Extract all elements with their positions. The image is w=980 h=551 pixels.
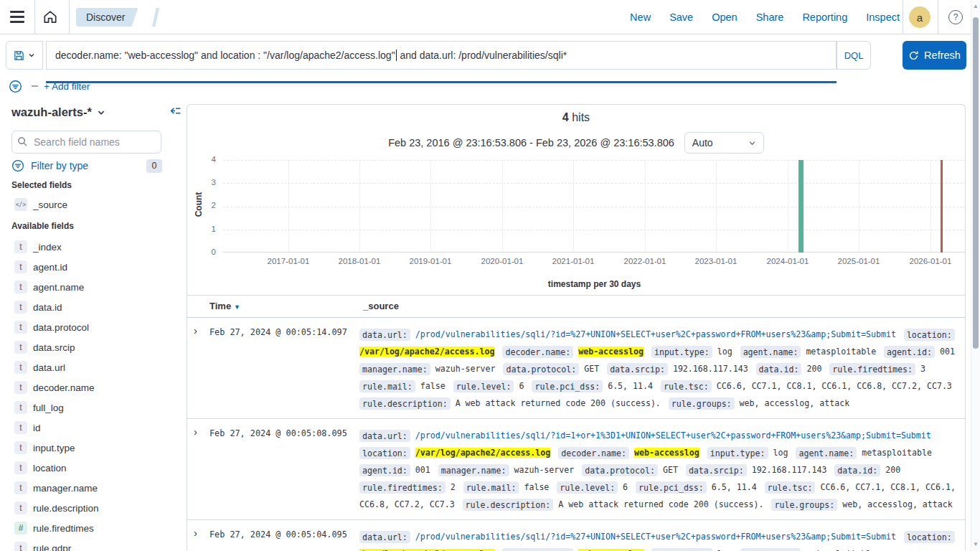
search-field-names-input[interactable] <box>11 131 161 154</box>
field-name-badge: agent.id: <box>884 346 935 358</box>
source-field-pair: agent.id: 001 <box>359 465 430 475</box>
source-field-pair: manager.name: wazuh-server <box>359 364 496 374</box>
gridline <box>430 160 431 252</box>
filter-icon[interactable] <box>9 80 22 93</box>
document-table: › Feb 27, 2024 @ 00:05:14.097 data.url: … <box>187 318 965 551</box>
row-timestamp: Feb 27, 2024 @ 00:05:08.095 <box>209 428 347 438</box>
field-name-badge: rule.level: <box>557 481 618 494</box>
source-field-pair: rule.pci_dss: 6.5, 11.4 <box>532 381 653 391</box>
source-field-pair: rule.groups: web, accesslog, attack <box>771 499 952 509</box>
sidebar-item-field[interactable]: tfull_log <box>14 397 172 418</box>
histogram-bar[interactable] <box>798 160 804 253</box>
source-field-pair: data.id: 200 <box>756 364 822 374</box>
sidebar-item-field[interactable]: trule.gdpr <box>14 538 172 551</box>
expand-row-icon[interactable]: › <box>194 527 197 539</box>
menu-icon[interactable] <box>10 11 24 23</box>
table-row: › Feb 27, 2024 @ 00:05:08.095 data.url: … <box>187 419 965 520</box>
field-name-badge: data.url: <box>359 430 410 442</box>
help-icon[interactable]: ? <box>948 10 963 24</box>
sidebar-item-field[interactable]: tmanager.name <box>14 478 172 498</box>
new-button[interactable]: New <box>630 11 651 23</box>
field-value: 001 <box>415 465 430 475</box>
string-type-icon: t <box>14 361 27 374</box>
divider <box>69 0 70 34</box>
expand-row-icon[interactable]: › <box>194 425 197 438</box>
sidebar-item-field[interactable]: t_index <box>14 237 172 257</box>
expand-row-icon[interactable]: › <box>194 324 197 336</box>
field-label: _source <box>33 199 67 210</box>
field-value: 6 <box>623 482 628 492</box>
sidebar-item-field[interactable]: tdata.srcip <box>14 337 172 357</box>
x-tick: 2023-01-01 <box>687 257 745 265</box>
column-header-time[interactable]: Time▼ <box>209 301 240 311</box>
sidebar-item-field[interactable]: tid <box>14 418 172 438</box>
sidebar-item-field[interactable]: tdecoder.name <box>14 377 172 397</box>
source-field-pair: rule.level: 6 <box>557 482 628 492</box>
gridline <box>645 160 646 252</box>
scroll-down-arrow[interactable]: ▼ <box>972 541 979 547</box>
filter-icon <box>11 159 24 172</box>
source-field-pair: data.protocol: GET <box>503 364 599 374</box>
source-field-pair: rule.description: A web attack returned … <box>463 499 764 509</box>
field-name-badge: agent.name: <box>740 548 801 551</box>
selected-fields-heading: Selected fields <box>11 180 72 190</box>
column-header-source: _source <box>363 301 399 311</box>
save-button[interactable]: Save <box>669 11 693 23</box>
query-language-button[interactable]: DQL <box>837 41 871 70</box>
discover-main-panel: 4 hits Feb 23, 2016 @ 23:16:53.806 - Feb… <box>187 104 966 551</box>
share-button[interactable]: Share <box>756 11 784 23</box>
source-field-pair: data.protocol: GET <box>582 465 678 475</box>
source-field-pair: agent.name: metasploitable <box>796 448 932 458</box>
interval-select[interactable]: Auto <box>684 132 764 154</box>
reporting-button[interactable]: Reporting <box>802 11 847 23</box>
y-tick: 0 <box>187 248 216 256</box>
field-name-badge: decoder.name: <box>502 346 573 358</box>
index-pattern-selector[interactable]: wazuh-alerts-* <box>11 105 105 119</box>
sidebar-item-field[interactable]: tdata.protocol <box>14 317 172 337</box>
field-value: 2 <box>451 482 456 492</box>
string-type-icon: t <box>14 381 27 394</box>
avatar[interactable]: a <box>909 6 930 28</box>
open-button[interactable]: Open <box>712 11 737 23</box>
field-name-badge: decoder.name: <box>502 548 573 551</box>
source-field-pair: rule.pci_dss: 6.5, 11.4 <box>636 482 757 492</box>
top-navigation-bar: Discover New Save Open Share Reporting I… <box>0 0 980 34</box>
query-input[interactable]: decoder.name: "web-accesslog" and locati… <box>46 41 837 70</box>
sidebar-item-field[interactable]: tagent.id <box>14 257 172 277</box>
breadcrumb[interactable]: Discover <box>76 8 138 27</box>
gridline <box>573 160 574 252</box>
string-type-icon: t <box>14 301 27 314</box>
filter-by-type[interactable]: Filter by type 0 <box>11 159 162 173</box>
field-name-badge: data.id: <box>756 363 802 375</box>
sidebar-item-field[interactable]: tdata.url <box>14 357 172 377</box>
saved-query-menu-button[interactable] <box>6 41 43 70</box>
sidebar-item-field[interactable]: tdata.id <box>14 297 172 317</box>
row-source: data.url: /prod/vulnerabilities/sqli/?id… <box>359 528 963 551</box>
field-value: 200 <box>806 364 821 374</box>
sidebar-item-field[interactable]: tinput.type <box>14 438 172 458</box>
refresh-button[interactable]: Refresh <box>903 41 966 70</box>
sidebar-item-source[interactable]: </> _source <box>14 198 67 211</box>
collapse-sidebar-icon[interactable] <box>169 105 182 117</box>
field-name-badge: rule.tsc: <box>661 380 712 392</box>
gridline <box>223 207 966 207</box>
scroll-up-arrow[interactable]: ▲ <box>972 3 979 9</box>
inspect-button[interactable]: Inspect <box>866 11 900 23</box>
row-timestamp: Feb 27, 2024 @ 00:05:04.095 <box>209 529 347 540</box>
histogram-chart[interactable] <box>223 160 966 253</box>
string-type-icon: t <box>14 481 27 494</box>
gridline <box>223 183 966 184</box>
home-icon[interactable] <box>42 9 58 25</box>
sidebar-item-field[interactable]: tagent.name <box>14 277 172 297</box>
sidebar-item-field[interactable]: trule.description <box>14 498 172 518</box>
field-name-badge: rule.description: <box>359 397 451 410</box>
sidebar-item-field[interactable]: #rule.firedtimes <box>14 518 172 538</box>
source-field-pair: manager.name: wazuh-server <box>438 465 575 475</box>
field-name-badge: decoder.name: <box>558 447 629 459</box>
field-value: web-accesslog <box>634 448 699 458</box>
scrollbar-thumb[interactable] <box>973 17 979 349</box>
field-name-badge: manager.name: <box>438 464 509 476</box>
sidebar-item-field[interactable]: tlocation <box>14 458 172 478</box>
field-value: web, accesslog, attack <box>740 398 850 408</box>
source-field-pair: location: /var/log/apache2/access.log <box>359 448 550 458</box>
